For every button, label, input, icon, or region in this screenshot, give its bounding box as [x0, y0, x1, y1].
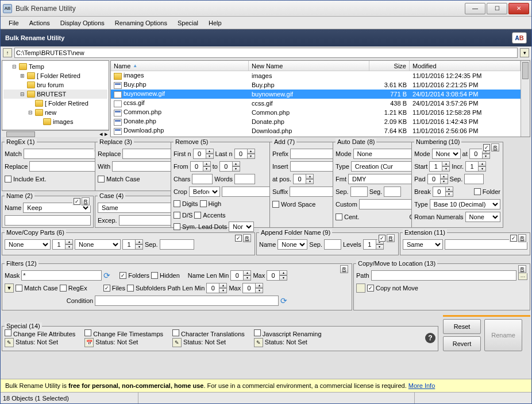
autodate-seg-input[interactable] — [384, 187, 401, 197]
numbering-reset[interactable]: R — [491, 143, 499, 152]
tree-item[interactable]: bru forum — [3, 80, 107, 90]
tree-item[interactable]: [ Folder Retired — [3, 99, 107, 108]
filters-reset[interactable]: R — [340, 265, 348, 273]
remove-to-spinner[interactable]: ▴▾ — [219, 161, 240, 172]
file-row[interactable]: ccss.gifccss.gif438 B24/01/2014 3:57:26 … — [111, 99, 521, 108]
numbering-break-spinner[interactable]: ▴▾ — [433, 187, 453, 197]
condition-refresh-icon[interactable]: ⟳ — [280, 296, 287, 305]
filters-hidden-checkbox[interactable] — [151, 272, 158, 279]
numbering-start-spinner[interactable]: ▴▾ — [429, 161, 450, 172]
file-scrollbar[interactable] — [521, 61, 530, 137]
minimize-button[interactable]: — — [465, 3, 485, 14]
numbering-pad-spinner[interactable]: ▴▾ — [427, 174, 448, 184]
movecopy-sep-input[interactable] — [160, 239, 194, 250]
name-reset[interactable]: R — [82, 197, 90, 205]
filters-mask-input[interactable] — [21, 270, 102, 281]
remove-high-checkbox[interactable] — [200, 200, 207, 207]
file-row[interactable]: Download.phpDownload.php7.64 KB11/01/201… — [111, 126, 521, 135]
path-browse-icon[interactable]: ▾ — [520, 48, 529, 57]
movecopy-reset[interactable]: R — [243, 234, 251, 242]
regex-include-ext-checkbox[interactable] — [5, 176, 11, 182]
remove-accents-checkbox[interactable] — [194, 212, 201, 219]
chartrans-edit-icon[interactable]: ✎ — [172, 338, 182, 347]
remove-from-spinner[interactable]: ▴▾ — [190, 161, 211, 172]
numbering-type-select[interactable]: Base 10 (Decimal) — [430, 199, 500, 209]
numbering-incr-spinner[interactable]: ▴▾ — [465, 161, 486, 172]
replace-matchcase-checkbox[interactable] — [98, 176, 105, 182]
path-input[interactable] — [14, 48, 518, 58]
file-row[interactable]: Buy.phpBuy.php3.61 KB11/01/2016 2:21:25 … — [111, 80, 521, 90]
filter-icon[interactable]: ▼ — [5, 283, 14, 293]
movecopy-n2-spinner[interactable]: ▴▾ — [122, 239, 143, 250]
appendfolder-name-select[interactable]: None — [277, 239, 307, 250]
autodate-cent-checkbox[interactable] — [336, 213, 342, 220]
remove-firstn-spinner[interactable]: ▴▾ — [193, 149, 214, 159]
movecopy-n1-spinner[interactable]: ▴▾ — [52, 239, 73, 250]
special-js-checkbox[interactable] — [254, 329, 261, 336]
numbering-folder-checkbox[interactable] — [474, 188, 481, 195]
file-row[interactable]: buynownew.gifbuynownew.gif771 B24/01/201… — [111, 90, 521, 99]
filters-namelenmin-spinner[interactable]: ▴▾ — [230, 270, 251, 281]
maximize-button[interactable]: ☐ — [487, 3, 507, 14]
close-button[interactable]: ✕ — [508, 3, 529, 14]
file-header[interactable]: Name▲ New Name Size Modified — [111, 61, 521, 71]
appendfolder-reset[interactable]: R — [387, 234, 395, 242]
numbering-mode-select[interactable]: None — [432, 149, 461, 159]
reset-button[interactable]: Reset — [443, 319, 481, 334]
menu-actions[interactable]: Actions — [25, 18, 55, 28]
numbering-enable-checkbox[interactable]: ✓ — [483, 144, 490, 151]
revert-button[interactable]: Revert — [443, 336, 481, 351]
filters-folders-checkbox[interactable]: ✓ — [119, 272, 126, 279]
js-edit-icon[interactable]: ✎ — [254, 338, 263, 347]
add-atpos-spinner[interactable]: ▴▾ — [293, 174, 314, 184]
autodate-sep-input[interactable] — [350, 187, 368, 197]
path-up-icon[interactable]: ↑ — [3, 48, 12, 57]
filters-matchcase-checkbox[interactable] — [16, 285, 22, 292]
add-wordspace-checkbox[interactable] — [272, 201, 279, 208]
menu-renaming[interactable]: Renaming Options — [110, 18, 172, 28]
numbering-sep-input[interactable] — [464, 174, 484, 184]
copynotmove-checkbox[interactable]: ✓ — [367, 285, 374, 292]
movecopy-mode1-select[interactable]: None — [5, 239, 51, 250]
appendfolder-sep-input[interactable] — [324, 239, 341, 250]
ab-logo-icon[interactable]: AB — [512, 32, 527, 44]
file-row[interactable]: Donate.phpDonate.php2.09 KB11/01/2016 1:… — [111, 117, 521, 126]
more-info-link[interactable]: More Info — [408, 382, 435, 389]
refresh-icon[interactable]: ⟳ — [103, 271, 110, 280]
movecopy-mode2-select[interactable]: None — [75, 239, 121, 250]
menu-help[interactable]: Help — [204, 18, 226, 28]
tree-item[interactable]: ⊟Temp — [3, 62, 107, 71]
copymove-reset[interactable]: R — [518, 265, 526, 273]
menu-display[interactable]: Display Options — [56, 18, 109, 28]
folder-tree[interactable]: ⊟Temp⊞[ Folder Retiredbru forum⊟BRUTEST[… — [2, 60, 109, 130]
extension-enable-checkbox[interactable]: ✓ — [510, 235, 517, 242]
filters-namelenmax-spinner[interactable]: ▴▾ — [267, 270, 287, 281]
rename-button[interactable]: Rename — [484, 319, 522, 351]
remove-words-input[interactable] — [234, 174, 255, 184]
ts-edit-icon[interactable]: 📅 — [84, 338, 94, 347]
name-enable-checkbox[interactable]: ✓ — [74, 198, 80, 205]
attr-edit-icon[interactable]: ✎ — [5, 338, 14, 347]
remove-crop-select[interactable]: Before — [189, 187, 220, 197]
extension-select[interactable]: Same — [403, 239, 443, 250]
remove-chars-input[interactable] — [192, 174, 213, 184]
remove-digits-checkbox[interactable] — [174, 200, 180, 207]
appendfolder-enable-checkbox[interactable]: ✓ — [379, 235, 385, 242]
filters-condition-input[interactable] — [95, 296, 279, 306]
remove-lastn-spinner[interactable]: ▴▾ — [234, 149, 255, 159]
numbering-roman-select[interactable]: None — [465, 212, 500, 222]
file-row[interactable]: Common.phpCommon.php1.21 KB11/01/2016 12… — [111, 108, 521, 117]
copymove-path-input[interactable] — [371, 270, 516, 281]
tree-item[interactable]: ⊟BRUTEST — [3, 90, 107, 99]
help-icon[interactable]: ? — [425, 333, 435, 343]
menu-special[interactable]: Special — [173, 18, 203, 28]
special-ts-checkbox[interactable] — [84, 329, 91, 336]
special-chartrans-checkbox[interactable] — [172, 329, 179, 336]
movecopy-enable-checkbox[interactable]: ✓ — [235, 235, 242, 242]
filters-regex-checkbox[interactable] — [60, 285, 67, 292]
remove-ds-checkbox[interactable] — [174, 212, 180, 219]
filters-pathlenmin-spinner[interactable]: ▴▾ — [206, 283, 227, 293]
filters-subfolders-checkbox[interactable] — [127, 285, 134, 292]
filters-files-checkbox[interactable]: ✓ — [103, 285, 110, 292]
menu-file[interactable]: File — [4, 18, 24, 28]
